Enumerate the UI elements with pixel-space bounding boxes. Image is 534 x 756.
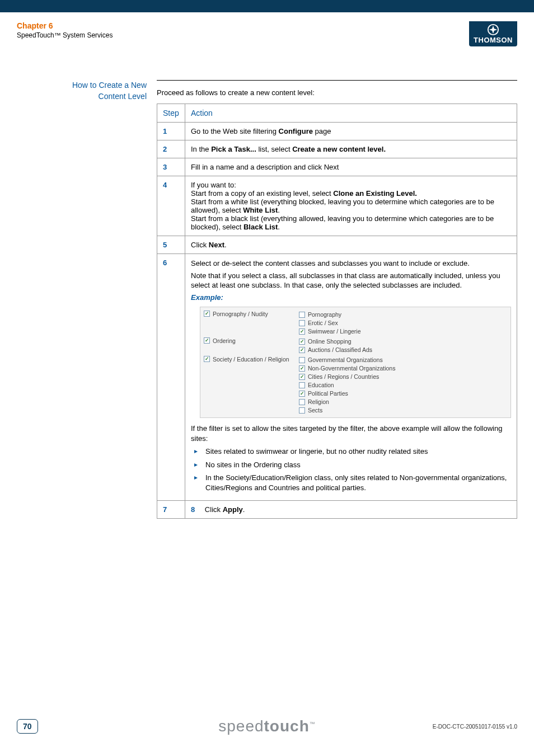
example-box: Pornography / Nudity Pornography Erotic …	[200, 307, 511, 418]
checkbox-icon[interactable]	[204, 356, 210, 362]
text: .	[243, 505, 245, 514]
text: Click	[191, 241, 209, 249]
main-column: Proceed as follows to create a new conte…	[157, 80, 517, 519]
thomson-logo: THOMSON	[469, 21, 517, 46]
subcategory-label: Sects	[308, 407, 322, 414]
chapter-subtitle: SpeedTouch™ System Services	[17, 31, 113, 39]
brand-pre: speed	[218, 717, 264, 735]
table-row: 2 In the Pick a Task... list, select Cre…	[157, 140, 517, 158]
page-footer: 70 speedtouch™ E-DOC-CTC-20051017-0155 v…	[0, 719, 534, 734]
bullet-list: Sites related to swimwear or lingerie, b…	[191, 447, 511, 492]
list-item: In the Society/Education/Religion class,…	[193, 473, 511, 492]
side-heading: How to Create a New Content Level	[17, 80, 157, 519]
speedtouch-logo: speedtouch™	[218, 717, 316, 735]
step-num: 1	[157, 123, 185, 140]
text: .	[278, 206, 280, 214]
bold: Apply	[223, 505, 243, 514]
step-num: 7	[157, 501, 185, 519]
thomson-text: THOMSON	[474, 36, 513, 44]
bold: White List	[243, 206, 278, 214]
text: Start from a black list (everything allo…	[191, 214, 494, 231]
step-action: Go to the Web site filtering Configure p…	[185, 123, 517, 140]
checkbox-icon[interactable]	[299, 365, 305, 372]
side-heading-l1: How to Create a New	[72, 81, 147, 90]
text: page	[313, 127, 331, 135]
step-num: 2	[157, 140, 185, 158]
text: If you want to:	[191, 181, 511, 189]
subcategory-label: Political Parties	[308, 390, 348, 397]
checkbox-icon[interactable]	[299, 312, 305, 318]
text: Start from a copy of an existing level, …	[191, 189, 333, 198]
text: Note that if you select a class, all sub…	[191, 271, 511, 290]
checkbox-icon[interactable]	[299, 399, 305, 405]
table-row: 5 Click Next.	[157, 236, 517, 254]
bold: Create a new content level.	[292, 145, 386, 153]
step-action: Select or de-select the content classes …	[185, 254, 517, 501]
subcategory-label: Pornography	[308, 311, 341, 318]
bold: Clone an Existing Level.	[333, 189, 417, 198]
text: If the filter is set to allow the sites …	[191, 424, 511, 443]
side-heading-l2: Content Level	[99, 92, 147, 101]
checkbox-icon[interactable]	[299, 328, 305, 335]
table-row: 1 Go to the Web site filtering Configure…	[157, 123, 517, 140]
subcategory-label: Cities / Regions / Countries	[308, 373, 379, 380]
bold: Pick a Task...	[211, 145, 256, 153]
intro-text: Proceed as follows to create a new conte…	[157, 88, 517, 97]
content-area: How to Create a New Content Level Procee…	[0, 46, 534, 519]
trademark-symbol: ™	[310, 721, 316, 727]
checkbox-icon[interactable]	[299, 320, 305, 326]
section-rule	[157, 80, 517, 81]
text: Select or de-select the content classes …	[191, 259, 511, 269]
checkbox-icon[interactable]	[204, 311, 210, 317]
steps-table: Step Action 1 Go to the Web site filteri…	[157, 104, 517, 519]
subcategory-label: Swimwear / Lingerie	[308, 328, 361, 335]
step-action: 8 Click Apply.	[185, 501, 517, 519]
text: Start from a white list (everything bloc…	[191, 198, 494, 214]
text: Click	[205, 505, 223, 514]
example-group: Pornography / Nudity Pornography Erotic …	[204, 309, 507, 336]
checkbox-icon[interactable]	[299, 391, 305, 397]
page-number: 70	[17, 719, 38, 734]
example-label: Example:	[191, 293, 511, 303]
top-bar	[0, 0, 534, 12]
page-header: Chapter 6 SpeedTouch™ System Services TH…	[0, 12, 534, 46]
step-action: Fill in a name and a description and cli…	[185, 158, 517, 176]
category-label: Society / Education / Religion	[213, 356, 289, 363]
text: list, select	[256, 145, 292, 153]
bold: Configure	[279, 127, 313, 135]
example-group: Society / Education / Religion Governmen…	[204, 355, 507, 415]
subcategory-label: Auctions / Classified Ads	[308, 346, 372, 353]
checkbox-icon[interactable]	[299, 407, 305, 414]
thomson-icon	[487, 24, 499, 36]
chapter-title: Chapter 6	[17, 21, 113, 30]
list-item: Sites related to swimwear or lingerie, b…	[193, 447, 511, 457]
category-label: Ordering	[213, 337, 236, 344]
table-row: 6 Select or de-select the content classe…	[157, 254, 517, 501]
checkbox-icon[interactable]	[299, 357, 305, 363]
category-label: Pornography / Nudity	[213, 311, 268, 317]
checkbox-icon[interactable]	[299, 347, 305, 353]
text: .	[224, 241, 227, 249]
brand-bold: touch	[264, 717, 310, 735]
checkbox-icon[interactable]	[204, 337, 210, 344]
checkbox-icon[interactable]	[299, 382, 305, 388]
text: In the	[191, 145, 211, 153]
step-action: Click Next.	[185, 236, 517, 254]
document-id: E-DOC-CTC-20051017-0155 v1.0	[433, 724, 517, 730]
subcategory-label: Governmental Organizations	[308, 356, 383, 363]
subcategory-label: Religion	[308, 398, 329, 405]
bold: Next	[209, 241, 224, 249]
text: .	[278, 223, 280, 231]
checkbox-icon[interactable]	[299, 374, 305, 380]
table-row: 3 Fill in a name and a description and c…	[157, 158, 517, 176]
table-row: 7 8 Click Apply.	[157, 501, 517, 519]
step-num: 4	[157, 176, 185, 236]
inner-step-num: 8	[191, 505, 195, 514]
step-action: In the Pick a Task... list, select Creat…	[185, 140, 517, 158]
checkbox-icon[interactable]	[299, 339, 305, 345]
table-row: 4 If you want to: Start from a copy of a…	[157, 176, 517, 236]
text: Go to the Web site filtering	[191, 127, 279, 135]
subcategory-label: Online Shopping	[308, 338, 352, 345]
bold: Black List	[243, 223, 278, 231]
col-step: Step	[157, 104, 185, 123]
